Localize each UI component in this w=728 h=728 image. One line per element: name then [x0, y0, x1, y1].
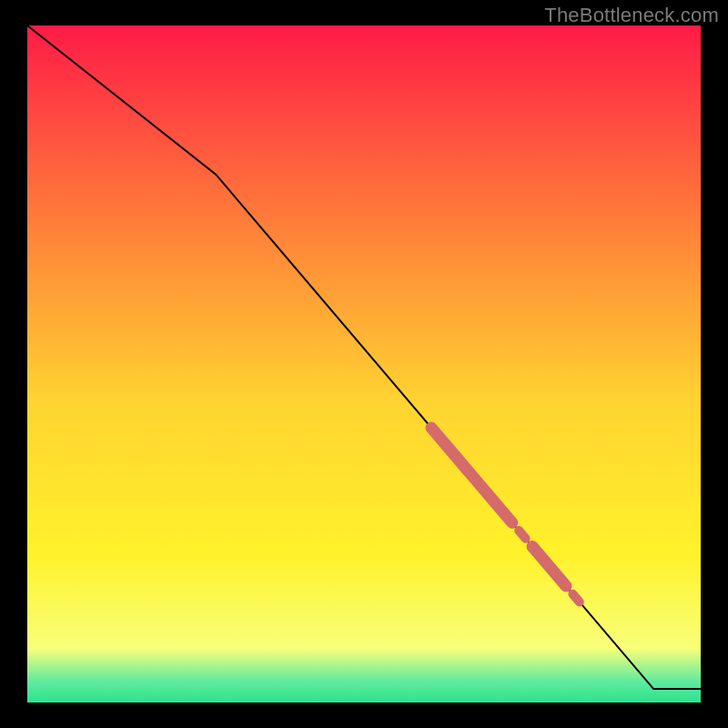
- plot-area: [27, 25, 701, 703]
- highlight-segment-1: [519, 531, 525, 539]
- chart-stage: TheBottleneck.com: [0, 0, 728, 728]
- highlight-segment-3: [572, 594, 579, 602]
- watermark-text: TheBottleneck.com: [544, 4, 719, 27]
- chart-svg: [0, 0, 728, 728]
